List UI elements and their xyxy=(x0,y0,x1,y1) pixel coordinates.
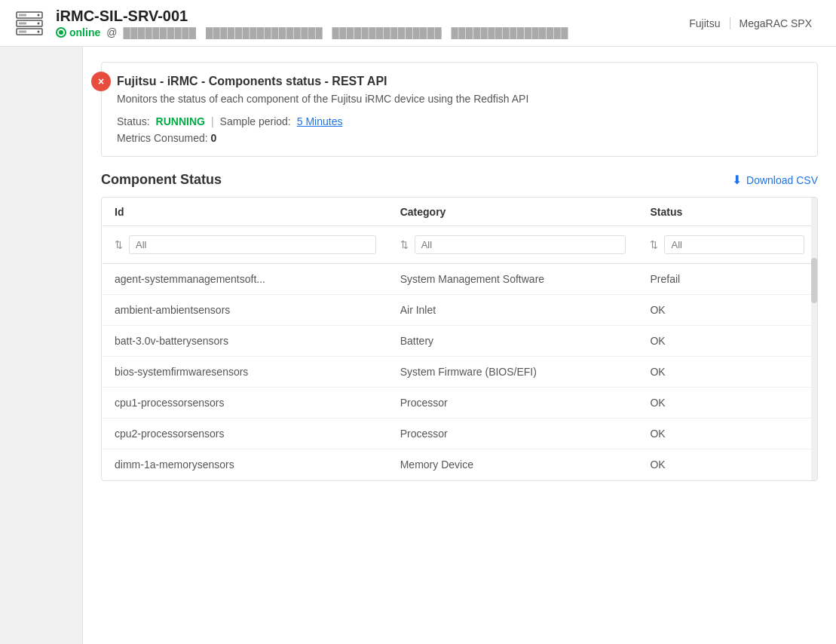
download-csv-label: Download CSV xyxy=(746,174,818,186)
row-category-cell: Memory Device xyxy=(388,449,638,480)
svg-point-4 xyxy=(38,22,40,24)
metrics-label: Metrics Consumed: xyxy=(117,132,208,144)
row-status-cell: OK xyxy=(638,357,816,388)
column-header-id: Id xyxy=(103,198,388,226)
status-filter-input[interactable] xyxy=(664,235,804,254)
status-label: Status: xyxy=(117,115,150,127)
server-svg-icon xyxy=(15,9,44,38)
row-status-cell: Prefail xyxy=(638,264,816,295)
header-status-row: online @ ██████████ ████████████████ ███… xyxy=(56,26,668,38)
row-status-cell: OK xyxy=(638,419,816,449)
device-title: iRMC-SIL-SRV-001 xyxy=(56,8,668,25)
category-sort-icon[interactable]: ⇅ xyxy=(400,239,409,250)
plugin-status-row: Status: RUNNING | Sample period: 5 Minut… xyxy=(117,115,802,127)
category-column-label: Category xyxy=(400,206,446,218)
filter-row: ⇅ ⇅ ⇅ xyxy=(103,226,817,264)
id-filter-cell: ⇅ xyxy=(103,226,388,264)
row-category-cell: Air Inlet xyxy=(388,295,638,326)
table-row: cpu2-processorsensors Processor OK xyxy=(103,419,817,449)
row-category-cell: Processor xyxy=(388,419,638,449)
header-info: iRMC-SIL-SRV-001 online @ ██████████ ███… xyxy=(56,8,668,38)
column-header-category: Category xyxy=(388,198,638,226)
category-filter-cell: ⇅ xyxy=(388,226,638,264)
page-header: iRMC-SIL-SRV-001 online @ ██████████ ███… xyxy=(0,0,836,47)
plugin-close-button[interactable]: × xyxy=(91,72,111,91)
svg-rect-7 xyxy=(19,22,26,24)
plugin-description: Monitors the status of each component of… xyxy=(117,93,802,105)
svg-rect-6 xyxy=(19,14,26,16)
row-category-cell: System Management Software xyxy=(388,264,638,295)
scroll-indicator[interactable] xyxy=(811,198,817,480)
svg-rect-8 xyxy=(19,30,26,32)
table-header-row: Id Category Status xyxy=(103,198,817,226)
category-filter-input[interactable] xyxy=(415,235,626,254)
id-sort-icon[interactable]: ⇅ xyxy=(115,239,123,250)
main-content: × Fujitsu - iRMC - Components status - R… xyxy=(83,47,836,644)
table-row: bios-systemfirmwaresensors System Firmwa… xyxy=(103,357,817,388)
component-section-title: Component Status xyxy=(101,172,222,188)
sample-period-value[interactable]: 5 Minutes xyxy=(297,115,343,127)
id-column-label: Id xyxy=(115,206,124,218)
svg-point-5 xyxy=(38,30,40,32)
plugin-status-value: RUNNING xyxy=(156,115,205,127)
row-id-cell: dimm-1a-memorysensors xyxy=(103,449,388,480)
row-id-cell: cpu2-processorsensors xyxy=(103,419,388,449)
scroll-thumb xyxy=(811,258,817,303)
download-csv-button[interactable]: ⬇ Download CSV xyxy=(732,173,818,187)
row-status-cell: OK xyxy=(638,388,816,419)
row-id-cell: agent-systemmanagementsoft... xyxy=(103,264,388,295)
status-filter-cell: ⇅ xyxy=(638,226,816,264)
table-row: batt-3.0v-batterysensors Battery OK xyxy=(103,326,817,357)
table-row: cpu1-processorsensors Processor OK xyxy=(103,388,817,419)
metrics-value: 0 xyxy=(210,132,216,144)
row-id-cell: ambient-ambientsensors xyxy=(103,295,388,326)
status-sort-icon[interactable]: ⇅ xyxy=(650,239,658,250)
id-filter-input[interactable] xyxy=(129,235,376,254)
row-status-cell: OK xyxy=(638,326,816,357)
plugin-info-box: × Fujitsu - iRMC - Components status - R… xyxy=(101,62,818,157)
component-table-wrapper: Id Category Status xyxy=(101,197,818,481)
status-column-label: Status xyxy=(650,206,682,218)
plugin-metrics-row: Metrics Consumed: 0 xyxy=(117,132,802,144)
row-category-cell: Battery xyxy=(388,326,638,357)
sample-period-label: Sample period: xyxy=(220,115,291,127)
ip-addresses: ██████████ ████████████████ ████████████… xyxy=(123,27,568,38)
sidebar xyxy=(0,47,83,644)
row-category-cell: System Firmware (BIOS/EFI) xyxy=(388,357,638,388)
row-id-cell: bios-systemfirmwaresensors xyxy=(103,357,388,388)
table-row: agent-systemmanagementsoft... System Man… xyxy=(103,264,817,295)
status-dot-icon xyxy=(56,27,66,38)
main-layout: × Fujitsu - iRMC - Components status - R… xyxy=(0,47,836,644)
row-category-cell: Processor xyxy=(388,388,638,419)
download-icon: ⬇ xyxy=(732,173,742,187)
fujitsu-link[interactable]: Fujitsu xyxy=(680,17,730,29)
table-row: dimm-1a-memorysensors Memory Device OK xyxy=(103,449,817,480)
row-id-cell: batt-3.0v-batterysensors xyxy=(103,326,388,357)
plugin-title: Fujitsu - iRMC - Components status - RES… xyxy=(117,75,802,88)
row-id-cell: cpu1-processorsensors xyxy=(103,388,388,419)
header-nav-links: Fujitsu MegaRAC SPX xyxy=(680,17,821,29)
component-table: Id Category Status xyxy=(102,198,817,480)
svg-point-3 xyxy=(38,14,40,16)
at-symbol: @ xyxy=(106,26,117,38)
column-header-status: Status xyxy=(638,198,816,226)
table-row: ambient-ambientsensors Air Inlet OK xyxy=(103,295,817,326)
row-status-cell: OK xyxy=(638,295,816,326)
meta-separator: | xyxy=(211,115,214,127)
device-icon xyxy=(15,9,44,38)
status-text: online xyxy=(69,26,100,38)
online-status: online xyxy=(56,26,100,38)
megarac-spx-link[interactable]: MegaRAC SPX xyxy=(730,17,821,29)
row-status-cell: OK xyxy=(638,449,816,480)
component-section-header: Component Status ⬇ Download CSV xyxy=(101,172,818,188)
